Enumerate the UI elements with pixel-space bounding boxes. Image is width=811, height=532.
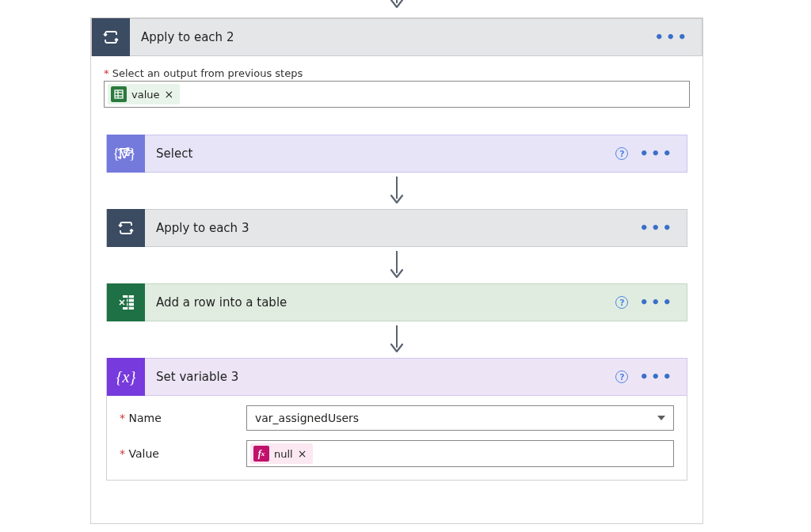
select-header[interactable]: {∇} Select ? ••• bbox=[106, 135, 687, 173]
set-variable-3-card[interactable]: {x} Set variable 3 ? ••• * Name var_assi… bbox=[106, 358, 687, 481]
card-menu-button[interactable]: ••• bbox=[654, 30, 689, 44]
required-asterisk: * bbox=[120, 412, 125, 424]
name-select-value: var_assignedUsers bbox=[255, 412, 359, 424]
inner-steps-column: {∇} Select ? ••• bbox=[106, 135, 687, 481]
arrow-connector bbox=[106, 321, 687, 358]
variable-icon: {x} bbox=[107, 358, 145, 396]
arrow-into-outer bbox=[90, 0, 703, 17]
help-icon[interactable]: ? bbox=[615, 370, 628, 383]
card-menu-button[interactable]: ••• bbox=[639, 221, 674, 235]
list-icon bbox=[111, 86, 127, 102]
arrow-connector bbox=[106, 173, 687, 209]
help-icon[interactable]: ? bbox=[615, 296, 628, 309]
arrow-connector bbox=[106, 247, 687, 283]
card-title: Set variable 3 bbox=[145, 370, 615, 384]
set-variable-3-header[interactable]: {x} Set variable 3 ? ••• bbox=[106, 358, 687, 396]
required-asterisk: * bbox=[104, 67, 109, 79]
chevron-down-icon bbox=[657, 416, 665, 420]
loop-icon bbox=[107, 209, 145, 247]
expression-token-null[interactable]: fx null × bbox=[250, 443, 313, 464]
apply-to-each-2-header[interactable]: Apply to each 2 ••• bbox=[91, 18, 702, 56]
add-row-header[interactable]: Add a row into a table ? ••• bbox=[106, 283, 687, 321]
select-card[interactable]: {∇} Select ? ••• bbox=[106, 135, 687, 173]
token-label: value bbox=[131, 89, 160, 101]
token-label: null bbox=[274, 448, 293, 460]
card-title: Apply to each 3 bbox=[145, 221, 639, 235]
apply-to-each-2-body: * Select an output from previous steps v… bbox=[91, 56, 702, 122]
fx-icon: fx bbox=[253, 446, 269, 462]
help-icon[interactable]: ? bbox=[615, 147, 628, 160]
set-variable-3-body: * Name var_assignedUsers * Value bbox=[106, 396, 687, 481]
card-title: Apply to each 2 bbox=[130, 30, 654, 44]
close-icon[interactable]: × bbox=[298, 448, 307, 459]
card-menu-button[interactable]: ••• bbox=[639, 370, 674, 384]
required-asterisk: * bbox=[120, 447, 125, 460]
add-row-card[interactable]: Add a row into a table ? ••• bbox=[106, 283, 687, 321]
dynamic-token-value[interactable]: value × bbox=[108, 84, 180, 104]
flow-canvas: Apply to each 2 ••• * Select an output f… bbox=[0, 0, 811, 532]
value-label: * Value bbox=[120, 447, 237, 460]
output-label: * Select an output from previous steps bbox=[104, 67, 690, 79]
select-icon: {∇} bbox=[107, 135, 145, 173]
card-menu-button[interactable]: ••• bbox=[639, 146, 674, 161]
close-icon[interactable]: × bbox=[165, 89, 174, 100]
svg-rect-1 bbox=[115, 90, 123, 98]
card-title: Add a row into a table bbox=[145, 295, 615, 310]
card-menu-button[interactable]: ••• bbox=[639, 295, 674, 310]
value-token-input[interactable]: fx null × bbox=[246, 440, 674, 467]
apply-to-each-3-card[interactable]: Apply to each 3 ••• bbox=[106, 209, 687, 247]
name-label: * Name bbox=[120, 412, 237, 424]
loop-icon bbox=[92, 18, 130, 56]
name-select[interactable]: var_assignedUsers bbox=[246, 405, 674, 431]
excel-icon bbox=[107, 283, 145, 321]
card-title: Select bbox=[145, 146, 615, 161]
output-token-input[interactable]: value × bbox=[104, 81, 690, 108]
apply-to-each-3-header[interactable]: Apply to each 3 ••• bbox=[106, 209, 687, 247]
